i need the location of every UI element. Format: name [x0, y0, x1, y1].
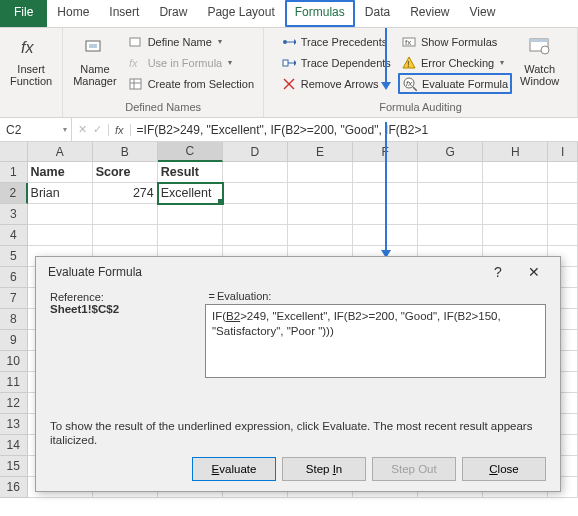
evaluate-button[interactable]: Evaluate [192, 457, 276, 481]
cell[interactable] [223, 204, 288, 225]
evaluation-box[interactable]: IF(B2>249, "Excellent", IF(B2>=200, "Goo… [205, 304, 546, 378]
col-header-G[interactable]: G [418, 142, 483, 162]
col-header-E[interactable]: E [288, 142, 353, 162]
name-manager-button[interactable]: Name Manager [67, 30, 122, 90]
row-header-7[interactable]: 7 [0, 288, 28, 309]
cell[interactable] [93, 225, 158, 246]
formula-input[interactable]: =IF(B2>249, "Excellent", IF(B2>=200, "Go… [131, 121, 578, 139]
show-formulas-button[interactable]: fxShow Formulas [398, 31, 512, 52]
cell[interactable] [28, 204, 93, 225]
tab-data[interactable]: Data [355, 0, 400, 27]
col-header-D[interactable]: D [223, 142, 288, 162]
cell[interactable] [158, 204, 223, 225]
step-in-button[interactable]: Step In [282, 457, 366, 481]
cell[interactable] [288, 225, 353, 246]
step-out-button[interactable]: Step Out [372, 457, 456, 481]
cell[interactable]: Result [158, 162, 223, 183]
tab-draw[interactable]: Draw [149, 0, 197, 27]
tab-home[interactable]: Home [47, 0, 99, 27]
insert-function-label: Insert Function [10, 63, 52, 87]
cell[interactable] [93, 204, 158, 225]
error-checking-button[interactable]: !Error Checking▾ [398, 52, 512, 73]
evaluation-label: =Evaluation: [205, 290, 271, 302]
row-header-3[interactable]: 3 [0, 204, 28, 225]
cell[interactable] [548, 162, 578, 183]
row-header-4[interactable]: 4 [0, 225, 28, 246]
row-header-6[interactable]: 6 [0, 267, 28, 288]
cell[interactable] [418, 162, 483, 183]
cell[interactable] [158, 225, 223, 246]
cell[interactable] [223, 225, 288, 246]
cell[interactable]: Score [93, 162, 158, 183]
row-header-8[interactable]: 8 [0, 309, 28, 330]
dialog-hint: To show the result of the underlined exp… [36, 413, 560, 457]
col-header-A[interactable]: A [28, 142, 93, 162]
col-header-I[interactable]: I [548, 142, 578, 162]
fx-icon[interactable]: fx [108, 124, 131, 136]
tab-formulas[interactable]: Formulas [285, 0, 355, 27]
help-button[interactable]: ? [480, 264, 516, 280]
select-all-corner[interactable] [0, 142, 28, 162]
row-header-2[interactable]: 2 [0, 183, 28, 204]
cell[interactable] [548, 183, 578, 204]
dropdown-icon: ▾ [228, 58, 232, 67]
use-in-formula-button[interactable]: fxUse in Formula▾ [125, 52, 257, 73]
confirm-icon[interactable]: ✓ [93, 123, 102, 136]
cell[interactable] [418, 183, 483, 204]
row-header-10[interactable]: 10 [0, 351, 28, 372]
insert-function-button[interactable]: fx Insert Function [4, 30, 58, 90]
cancel-icon[interactable]: ✕ [78, 123, 87, 136]
watch-window-icon [526, 33, 554, 61]
row-header-11[interactable]: 11 [0, 372, 28, 393]
create-from-selection-button[interactable]: Create from Selection [125, 73, 257, 94]
cell[interactable] [483, 204, 548, 225]
cell[interactable] [223, 183, 288, 204]
define-name-button[interactable]: Define Name▾ [125, 31, 257, 52]
cell[interactable]: Excellent [158, 183, 223, 204]
col-header-C[interactable]: C [158, 142, 223, 162]
cell[interactable] [418, 225, 483, 246]
col-header-B[interactable]: B [93, 142, 158, 162]
tab-file[interactable]: File [0, 0, 47, 27]
row-header-5[interactable]: 5 [0, 246, 28, 267]
cell[interactable] [288, 183, 353, 204]
formula-auditing-group-label: Formula Auditing [379, 99, 462, 115]
row-header-15[interactable]: 15 [0, 456, 28, 477]
tab-review[interactable]: Review [400, 0, 459, 27]
tab-page-layout[interactable]: Page Layout [197, 0, 284, 27]
row-header-9[interactable]: 9 [0, 330, 28, 351]
name-manager-label: Name Manager [73, 63, 116, 87]
cell[interactable] [288, 204, 353, 225]
row-header-13[interactable]: 13 [0, 414, 28, 435]
cell[interactable] [418, 204, 483, 225]
close-button[interactable]: Close [462, 457, 546, 481]
row-header-1[interactable]: 1 [0, 162, 28, 183]
cell[interactable]: Name [28, 162, 93, 183]
evaluate-formula-button[interactable]: fxEvaluate Formula [398, 73, 512, 94]
cell[interactable] [483, 183, 548, 204]
cell[interactable] [548, 204, 578, 225]
cell[interactable] [223, 162, 288, 183]
svg-rect-24 [530, 39, 548, 42]
cell[interactable] [483, 225, 548, 246]
cell[interactable] [28, 225, 93, 246]
watch-window-button[interactable]: Watch Window [514, 30, 565, 90]
cell[interactable] [483, 162, 548, 183]
row-header-14[interactable]: 14 [0, 435, 28, 456]
row-header-16[interactable]: 16 [0, 477, 28, 498]
tab-insert[interactable]: Insert [99, 0, 149, 27]
cell[interactable] [548, 225, 578, 246]
trace-dependents-button[interactable]: Trace Dependents [278, 52, 394, 73]
remove-arrows-button[interactable]: Remove Arrows▾ [278, 73, 394, 94]
close-icon[interactable]: ✕ [516, 264, 552, 280]
svg-rect-5 [130, 79, 141, 89]
name-box[interactable]: C2 [0, 118, 72, 141]
fx-icon: fx [17, 33, 45, 61]
tab-view[interactable]: View [460, 0, 506, 27]
col-header-H[interactable]: H [483, 142, 548, 162]
cell[interactable]: 274 [93, 183, 158, 204]
trace-precedents-button[interactable]: Trace Precedents [278, 31, 394, 52]
row-header-12[interactable]: 12 [0, 393, 28, 414]
cell[interactable]: Brian [28, 183, 93, 204]
cell[interactable] [288, 162, 353, 183]
